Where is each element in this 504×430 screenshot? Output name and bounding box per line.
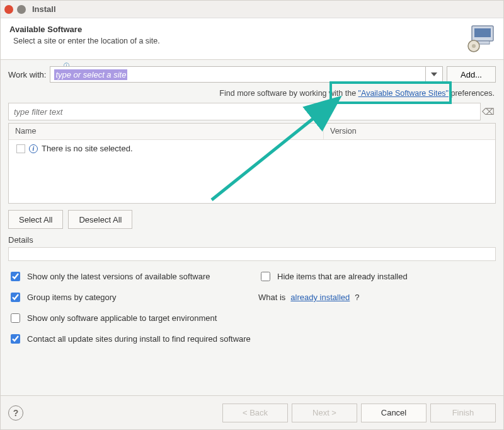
details-label: Details xyxy=(8,235,496,245)
hide-installed-label: Hide items that are already installed xyxy=(277,272,408,281)
row-checkbox[interactable] xyxy=(16,144,25,153)
dialog-body: ⓘ Work with: type or select a site Add..… xyxy=(1,60,503,346)
next-button[interactable]: Next > xyxy=(292,404,357,422)
work-with-row: ⓘ Work with: type or select a site Add..… xyxy=(8,66,496,83)
whatis-post: ? xyxy=(355,293,359,302)
option-target-env[interactable]: Show only software applicable to target … xyxy=(8,311,496,325)
back-button[interactable]: < Back xyxy=(222,404,288,422)
option-contact-sites[interactable]: Contact all update sites during install … xyxy=(8,332,496,346)
empty-message: There is no site selected. xyxy=(42,144,133,153)
hint-text: Find more software by working with the "… xyxy=(8,89,496,98)
latest-versions-label: Show only the latest versions of availab… xyxy=(27,272,210,281)
close-icon[interactable] xyxy=(4,5,13,14)
table-header: Name Version xyxy=(9,124,495,140)
banner-subtext: Select a site or enter the location of a… xyxy=(13,37,495,45)
clear-filter-icon[interactable]: ⌫ xyxy=(481,107,496,117)
options-grid: Show only the latest versions of availab… xyxy=(8,270,496,346)
contact-sites-checkbox[interactable] xyxy=(11,334,20,344)
cancel-button[interactable]: Cancel xyxy=(361,404,427,422)
wizard-banner: Available Software Select a site or ente… xyxy=(1,18,503,60)
add-site-button[interactable]: Add... xyxy=(447,66,496,83)
work-with-input[interactable]: type or select a site xyxy=(50,66,425,83)
column-name[interactable]: Name xyxy=(9,124,324,139)
contact-sites-label: Contact all update sites during install … xyxy=(27,334,251,344)
target-env-checkbox[interactable] xyxy=(11,313,20,323)
chevron-down-icon xyxy=(431,73,437,76)
info-icon: i xyxy=(29,144,38,153)
work-with-label: Work with: xyxy=(8,70,46,79)
what-is-installed: What is already installed? xyxy=(258,291,496,304)
dialog-footer: ? < Back Next > Cancel Finish xyxy=(1,395,503,429)
svg-marker-5 xyxy=(431,73,437,76)
select-all-button[interactable]: Select All xyxy=(8,210,63,229)
install-wizard-icon xyxy=(466,22,497,54)
option-hide-installed[interactable]: Hide items that are already installed xyxy=(258,270,496,283)
minimize-icon[interactable] xyxy=(17,5,26,14)
group-category-checkbox[interactable] xyxy=(11,293,20,302)
hint-post: preferences. xyxy=(449,89,495,98)
selection-buttons: Select All Deselect All xyxy=(8,210,496,229)
svg-rect-1 xyxy=(474,28,491,37)
hide-installed-checkbox[interactable] xyxy=(261,272,270,281)
banner-heading: Available Software xyxy=(9,25,495,34)
option-group-category[interactable]: Group items by category xyxy=(8,291,246,304)
filter-input[interactable] xyxy=(8,103,481,120)
titlebar: Install xyxy=(1,1,503,18)
details-box xyxy=(8,247,496,261)
hint-pre: Find more software by working with the xyxy=(219,89,358,98)
window-title: Install xyxy=(32,4,56,14)
deselect-all-button[interactable]: Deselect All xyxy=(68,210,132,229)
finish-button[interactable]: Finish xyxy=(430,404,496,422)
available-software-sites-link[interactable]: "Available Software Sites" xyxy=(358,89,449,98)
column-version[interactable]: Version xyxy=(324,124,495,139)
group-category-label: Group items by category xyxy=(27,293,117,302)
latest-versions-checkbox[interactable] xyxy=(11,272,20,281)
target-env-label: Show only software applicable to target … xyxy=(27,313,217,323)
work-with-combo[interactable]: type or select a site xyxy=(50,66,443,83)
filter-row: ⌫ xyxy=(8,103,496,120)
option-latest-versions[interactable]: Show only the latest versions of availab… xyxy=(8,270,246,283)
software-table: Name Version i There is no site selected… xyxy=(8,123,496,204)
work-with-dropdown-button[interactable] xyxy=(425,66,443,83)
table-row: i There is no site selected. xyxy=(9,140,495,157)
svg-point-4 xyxy=(472,44,476,48)
already-installed-link[interactable]: already installed xyxy=(290,293,350,302)
help-button[interactable]: ? xyxy=(8,405,23,421)
whatis-pre: What is xyxy=(258,293,285,302)
install-dialog: Install Available Software Select a site… xyxy=(0,0,504,430)
